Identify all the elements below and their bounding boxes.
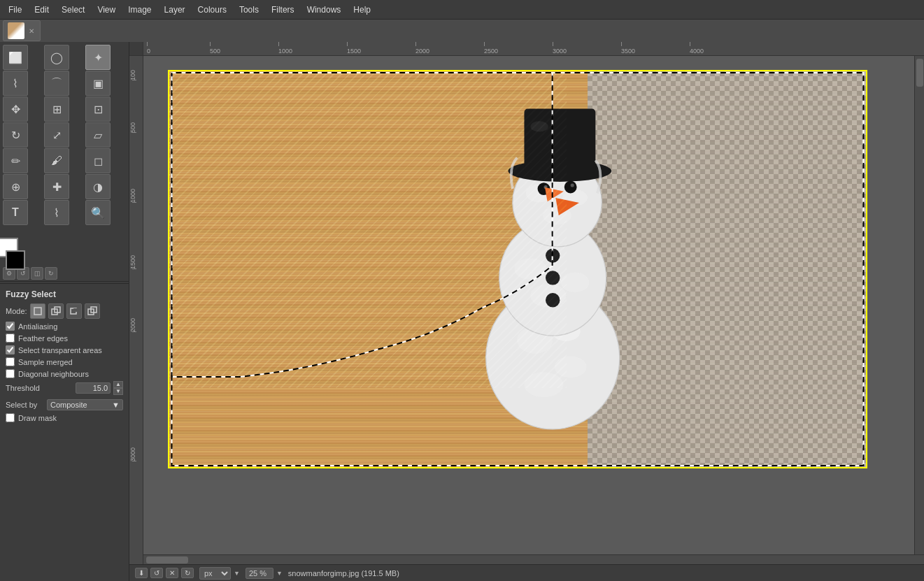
select-by-row: Select by Composite ▼ bbox=[6, 399, 123, 410]
canvas-with-scroll: .ants { fill: none; stroke: #fff; stroke… bbox=[143, 56, 924, 564]
antialiasing-label: Antialiasing bbox=[18, 322, 57, 331]
ellipse-select-tool[interactable]: ◯ bbox=[44, 45, 69, 70]
status-filename: snowmanforgimp.jpg (191.5 MB) bbox=[288, 569, 399, 578]
antialiasing-checkbox[interactable] bbox=[6, 322, 15, 331]
statusbar-icons: ⬇ ↺ ✕ ↻ bbox=[135, 568, 194, 578]
ruler-mark-2000: 2000 bbox=[415, 42, 429, 55]
foreground-color[interactable] bbox=[6, 250, 25, 270]
path-tool[interactable]: ⌇ bbox=[44, 200, 69, 225]
feather-edges-row: Feather edges bbox=[6, 333, 123, 343]
unit-select[interactable]: px mm cm in % bbox=[199, 567, 231, 580]
paint-tool[interactable]: ✏ bbox=[3, 148, 28, 173]
color-select-tool[interactable]: ▣ bbox=[85, 71, 111, 96]
menu-help[interactable]: Help bbox=[348, 3, 376, 16]
threshold-down-btn[interactable]: ▼ bbox=[113, 388, 123, 395]
intersect-mode-btn[interactable] bbox=[85, 303, 100, 319]
svg-point-14 bbox=[560, 273, 589, 292]
menu-file[interactable]: File bbox=[3, 3, 27, 16]
menu-view[interactable]: View bbox=[92, 3, 121, 16]
svg-point-31 bbox=[546, 293, 560, 307]
ruler-top: 0 500 1000 1500 2000 2500 3000 3500 4000 bbox=[129, 42, 924, 56]
svg-rect-21 bbox=[524, 109, 595, 173]
align-tool[interactable]: ⊞ bbox=[44, 96, 69, 122]
lasso-tool[interactable]: ⌇ bbox=[3, 71, 28, 96]
paths-select-tool[interactable]: ⌒ bbox=[44, 71, 69, 96]
threshold-row: Threshold ▲ ▼ bbox=[6, 381, 123, 395]
mode-row: Mode: bbox=[6, 303, 123, 319]
crop-tool[interactable]: ⊡ bbox=[85, 96, 111, 122]
select-by-dropdown[interactable]: Composite ▼ bbox=[47, 399, 123, 410]
horizontal-scroll-thumb[interactable] bbox=[146, 557, 188, 564]
threshold-label: Threshold bbox=[6, 384, 73, 392]
zoom-tool[interactable]: 🔍 bbox=[85, 200, 111, 225]
shear-tool[interactable]: ▱ bbox=[85, 122, 111, 148]
ruler-mark-3500: 3500 bbox=[621, 42, 635, 55]
menu-edit[interactable]: Edit bbox=[29, 3, 55, 16]
toolbox: ⬜ ◯ ✦ ⌇ ⌒ ▣ ✥ ⊞ ⊡ ↻ ⤢ ▱ ✏ 🖌 ◻ ⊕ ✚ ◑ T ⌇ bbox=[0, 42, 129, 581]
threshold-up-btn[interactable]: ▲ bbox=[113, 381, 123, 388]
select-transparent-checkbox[interactable] bbox=[6, 345, 15, 354]
statusbar-undo-btn[interactable]: ↺ bbox=[150, 568, 163, 578]
antialiasing-row: Antialiasing bbox=[6, 322, 123, 331]
menu-colours[interactable]: Colours bbox=[192, 3, 232, 16]
sample-merged-label: Sample merged bbox=[18, 358, 73, 366]
diagonal-neighbours-checkbox[interactable] bbox=[6, 369, 15, 378]
zoom-section: 25 % ▼ bbox=[246, 568, 283, 579]
vertical-scrollbar[interactable] bbox=[914, 56, 924, 554]
canvas-scroll[interactable]: .ants { fill: none; stroke: #fff; stroke… bbox=[143, 56, 914, 554]
horizontal-scrollbar[interactable] bbox=[143, 554, 924, 564]
clone-tool[interactable]: ⊕ bbox=[3, 174, 28, 199]
paintbrush-tool[interactable]: 🖌 bbox=[44, 148, 69, 173]
redo-icon[interactable]: ↻ bbox=[45, 267, 57, 280]
dodge-tool[interactable]: ◑ bbox=[85, 174, 111, 199]
unit-section: px mm cm in % ▼ bbox=[199, 567, 240, 580]
sample-merged-checkbox[interactable] bbox=[6, 357, 15, 366]
ruler-mark-3000: 3000 bbox=[553, 42, 567, 55]
rect-select-tool[interactable]: ⬜ bbox=[3, 45, 28, 70]
vertical-scroll-thumb[interactable] bbox=[916, 59, 923, 87]
image-tab[interactable]: ✕ bbox=[3, 20, 41, 41]
menu-select[interactable]: Select bbox=[56, 3, 90, 16]
ruler-mark-v-1000: 1000 bbox=[129, 189, 136, 203]
menu-windows[interactable]: Windows bbox=[301, 3, 347, 16]
diagonal-neighbours-label: Diagonal neighbours bbox=[18, 370, 89, 378]
menu-layer[interactable]: Layer bbox=[159, 3, 191, 16]
color-section bbox=[0, 228, 129, 266]
text-tool[interactable]: T bbox=[3, 200, 28, 225]
layers-icon[interactable]: ◫ bbox=[31, 267, 43, 280]
scale-tool[interactable]: ⤢ bbox=[44, 122, 69, 148]
canvas-area: 100 500 1000 1500 2000 3000 bbox=[129, 56, 924, 564]
tab-close-btn[interactable]: ✕ bbox=[27, 27, 36, 35]
color-pair bbox=[6, 231, 41, 263]
filename-section: snowmanforgimp.jpg (191.5 MB) bbox=[288, 569, 399, 578]
tool-grid: ⬜ ◯ ✦ ⌇ ⌒ ▣ ✥ ⊞ ⊡ ↻ ⤢ ▱ ✏ 🖌 ◻ ⊕ ✚ ◑ T ⌇ bbox=[0, 42, 129, 228]
rotate-tool[interactable]: ↻ bbox=[3, 122, 28, 148]
fuzzy-select-panel: Fuzzy Select Mode: Ant bbox=[0, 285, 129, 581]
draw-mask-label: Draw mask bbox=[18, 414, 57, 422]
diagonal-neighbours-row: Diagonal neighbours bbox=[6, 369, 123, 378]
canvas-inner: .ants { fill: none; stroke: #fff; stroke… bbox=[143, 56, 924, 554]
ruler-mark-v-1500: 1500 bbox=[129, 255, 136, 269]
ruler-vertical: 100 500 1000 1500 2000 3000 bbox=[129, 56, 143, 564]
threshold-input[interactable] bbox=[76, 382, 111, 394]
move-tool[interactable]: ✥ bbox=[3, 96, 28, 122]
sample-merged-row: Sample merged bbox=[6, 357, 123, 366]
svg-point-29 bbox=[546, 249, 560, 263]
ruler-mark-2500: 2500 bbox=[484, 42, 498, 55]
svg-point-30 bbox=[546, 271, 560, 285]
statusbar-export-btn[interactable]: ⬇ bbox=[135, 568, 148, 578]
draw-mask-checkbox[interactable] bbox=[6, 413, 15, 422]
menu-filters[interactable]: Filters bbox=[266, 3, 300, 16]
heal-tool[interactable]: ✚ bbox=[44, 174, 69, 199]
menu-image[interactable]: Image bbox=[122, 3, 157, 16]
feather-edges-checkbox[interactable] bbox=[6, 333, 15, 343]
statusbar-cancel-btn[interactable]: ✕ bbox=[166, 568, 178, 578]
fuzzy-select-tool[interactable]: ✦ bbox=[85, 45, 111, 70]
eraser-tool[interactable]: ◻ bbox=[85, 148, 111, 173]
image-canvas[interactable]: .ants { fill: none; stroke: #fff; stroke… bbox=[168, 70, 867, 468]
menu-tools[interactable]: Tools bbox=[234, 3, 264, 16]
subtract-mode-btn[interactable] bbox=[66, 303, 82, 319]
statusbar-history-btn[interactable]: ↻ bbox=[181, 568, 194, 578]
add-mode-btn[interactable] bbox=[48, 303, 64, 319]
replace-mode-btn[interactable] bbox=[30, 303, 45, 319]
